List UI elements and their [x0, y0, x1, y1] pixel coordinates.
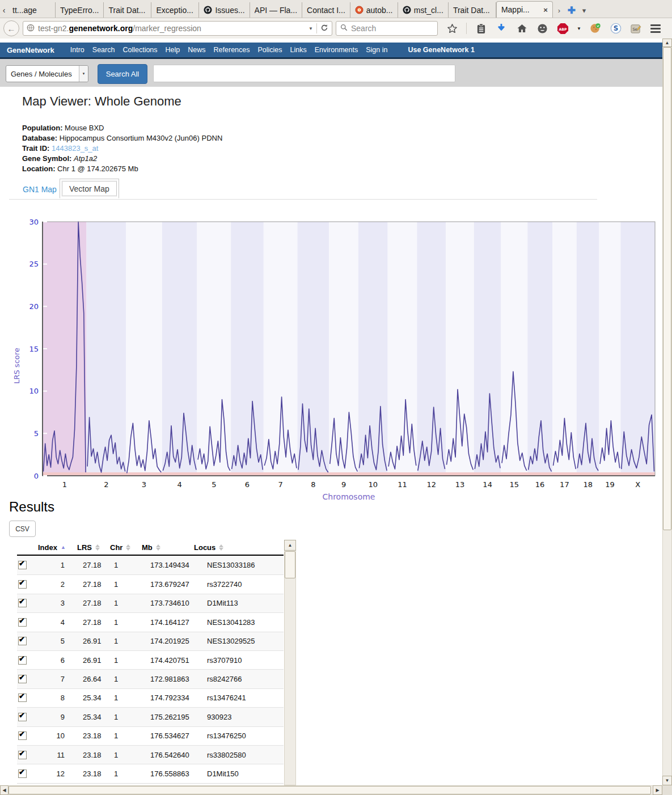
row-checkbox[interactable] [18, 751, 27, 759]
genenetwork-brand[interactable]: GeneNetwork [7, 46, 54, 54]
tab-scroll-right-icon[interactable]: › [553, 3, 565, 18]
sort-ascending-icon[interactable]: ▲ [61, 544, 66, 550]
search-category-dropdown[interactable]: Genes / Molecules ▾ [6, 65, 88, 82]
sort-icon[interactable] [95, 544, 100, 551]
column-header-lrs[interactable]: LRS [77, 543, 110, 552]
browser-tab[interactable]: Contact I... [302, 2, 350, 18]
row-checkbox[interactable] [18, 713, 27, 721]
feedback-smiley-icon[interactable] [536, 22, 548, 35]
url-bar[interactable]: test-gn2.genenetwork.org/marker_regressi… [23, 21, 332, 36]
nav-link-sign-in[interactable]: Sign in [366, 46, 387, 54]
sort-icon[interactable] [156, 544, 160, 551]
browser-tab[interactable]: Issues... [199, 2, 250, 18]
column-header-index[interactable]: Index▲ [34, 543, 77, 552]
nav-link-environments[interactable]: Environments [315, 46, 358, 54]
table-row: 526.911174.201925NES13029525 [17, 632, 284, 650]
browser-tab[interactable]: tt...age [8, 2, 56, 18]
x-tick-label: 5 [212, 480, 216, 489]
adblock-dropdown-icon[interactable]: ▼ [577, 26, 581, 31]
cell-locus: rs13476241 [194, 693, 279, 702]
nav-link-news[interactable]: News [188, 46, 205, 54]
horizontal-scrollbar-thumb[interactable] [9, 786, 651, 794]
row-checkbox[interactable] [18, 580, 27, 589]
browser-tab[interactable]: autob... [350, 2, 398, 18]
home-icon[interactable] [515, 22, 528, 35]
tab-scroll-left-icon[interactable]: ‹ [0, 3, 8, 18]
row-checkbox[interactable] [18, 769, 27, 778]
use-genenetwork1-link[interactable]: Use GeneNetwork 1 [408, 46, 474, 54]
site-search-input[interactable] [153, 65, 455, 82]
table-scrollbar[interactable]: ▲ [284, 540, 296, 785]
tab-close-icon[interactable]: × [543, 6, 548, 14]
cell-mb: 174.164127 [142, 618, 194, 627]
reload-icon[interactable] [320, 24, 328, 33]
nav-link-policies[interactable]: Policies [258, 46, 282, 54]
cell-mb: 176.534627 [142, 731, 194, 740]
adblock-plus-icon[interactable]: ABP [556, 22, 569, 35]
column-header-mb[interactable]: Mb [142, 543, 194, 552]
nav-link-help[interactable]: Help [166, 46, 180, 54]
svg-text:30: 30 [29, 218, 39, 226]
sort-icon[interactable] [126, 544, 130, 551]
row-checkbox[interactable] [18, 599, 27, 607]
x-tick-label: 10 [368, 480, 378, 489]
vertical-scrollbar-thumb[interactable] [663, 47, 671, 530]
table-scrollbar-thumb[interactable] [285, 551, 295, 578]
nav-link-intro[interactable]: Intro [70, 46, 84, 54]
browser-tab[interactable]: Trait Dat... [104, 2, 151, 18]
cell-index: 4 [34, 618, 77, 627]
back-button[interactable]: ← [3, 20, 19, 36]
browser-tab-active[interactable]: Mappi...× [496, 1, 553, 18]
window-vertical-scrollbar[interactable]: ▲ ▼ [662, 39, 672, 785]
table-row: 626.911174.420751rs3707910 [17, 650, 284, 669]
browser-search-box[interactable]: Search [336, 21, 438, 36]
browser-tab[interactable]: mst_cl... [398, 2, 449, 18]
nav-link-references[interactable]: References [214, 46, 250, 54]
search-all-button[interactable]: Search All [98, 64, 147, 84]
x-tick-label: 18 [583, 480, 593, 489]
scroll-down-icon[interactable]: ▼ [662, 776, 672, 785]
row-checkbox[interactable] [18, 731, 27, 740]
sort-icon[interactable] [219, 544, 223, 551]
bookmark-star-icon[interactable] [446, 22, 458, 35]
x-tick-label: 15 [510, 480, 519, 489]
browser-tab[interactable]: TypeErro... [56, 2, 104, 18]
table-scroll-up-icon[interactable]: ▲ [284, 540, 296, 551]
trait-metadata: Population: Mouse BXDDatabase: Hippocamp… [22, 123, 222, 174]
selenium-ide-icon[interactable]: Se [630, 22, 643, 35]
trait-id-link[interactable]: 1443823_s_at [52, 144, 98, 153]
row-checkbox[interactable] [18, 618, 27, 627]
scroll-left-icon[interactable]: ◀ [0, 785, 9, 795]
row-checkbox[interactable] [18, 675, 27, 683]
nav-link-search[interactable]: Search [92, 46, 115, 54]
column-header-chr[interactable]: Chr [110, 543, 142, 552]
nav-link-links[interactable]: Links [290, 46, 307, 54]
row-checkbox[interactable] [18, 656, 27, 665]
row-checkbox[interactable] [18, 561, 27, 569]
cell-mb: 173.149434 [142, 561, 194, 569]
scroll-right-icon[interactable]: ▶ [653, 785, 662, 795]
url-dropdown-icon[interactable]: ▼ [308, 26, 313, 31]
menu-hamburger-icon[interactable] [650, 24, 661, 33]
browser-tab[interactable]: Trait Dat... [449, 2, 496, 18]
column-header-locus[interactable]: Locus [194, 543, 279, 552]
row-checkbox[interactable] [18, 637, 27, 645]
csv-export-button[interactable]: CSV [9, 521, 36, 537]
nav-link-collections[interactable]: Collections [122, 46, 157, 54]
session-manager-icon[interactable]: S [610, 22, 622, 35]
new-tab-button[interactable]: ✚ [565, 3, 578, 18]
row-checkbox[interactable] [18, 693, 27, 702]
scroll-up-icon[interactable]: ▲ [662, 39, 672, 47]
tab-list-dropdown-icon[interactable]: ▾ [578, 3, 590, 18]
tab-gn1-map[interactable]: GN1 Map [23, 185, 57, 194]
window-horizontal-scrollbar[interactable]: ◀ ▶ [0, 785, 662, 795]
cell-mb: 173.734610 [142, 599, 194, 607]
tab-vector-map[interactable]: Vector Map [60, 179, 119, 198]
browser-tab[interactable]: Exceptio... [151, 2, 199, 18]
browser-tab[interactable]: API — Fla... [250, 2, 302, 18]
downloads-icon[interactable] [495, 22, 508, 35]
cell-chr: 1 [110, 751, 142, 759]
cookie-addon-icon[interactable] [589, 22, 602, 35]
bookmarks-clipboard-icon[interactable] [475, 22, 487, 35]
x-tick-label: 17 [560, 480, 569, 489]
